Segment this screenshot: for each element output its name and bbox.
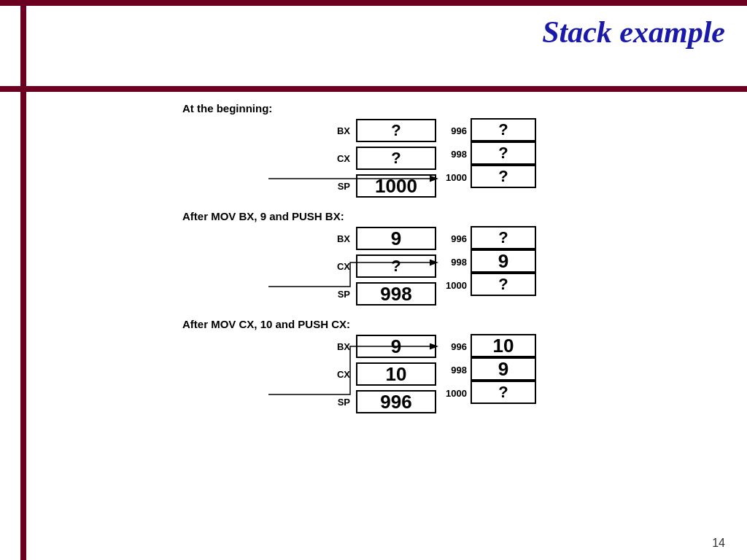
s3-reg-row-cx: CX 10: [328, 362, 436, 386]
addr-996: 996: [438, 125, 467, 136]
s2-stack-row-996: 996 ?: [438, 227, 536, 250]
addr-998: 998: [438, 149, 467, 160]
s2-sp-label: SP: [328, 289, 350, 300]
s2-cell-996: ?: [471, 226, 536, 249]
s3-reg-row-sp: SP 996: [328, 390, 436, 413]
s2-reg-row-sp: SP 998: [328, 282, 436, 306]
s3-sp-value: 996: [356, 390, 436, 413]
cell-998: ?: [471, 141, 536, 165]
s3-stack-row-998: 998 9: [438, 358, 536, 381]
top-border: [0, 0, 747, 6]
s3-cx-label: CX: [328, 369, 350, 380]
s3-stack-row-996: 996 10: [438, 335, 536, 358]
s2-cx-value: ?: [356, 254, 436, 278]
section1-label: At the beginning:: [182, 102, 729, 114]
s2-cell-998: 9: [471, 249, 536, 273]
reg-row-bx: BX ?: [328, 119, 436, 142]
reg-row-sp: SP 1000: [328, 174, 436, 198]
s2-sp-value: 998: [356, 282, 436, 306]
cx-value: ?: [356, 147, 436, 170]
sp-value: 1000: [356, 174, 436, 198]
s2-cell-1000: ?: [471, 273, 536, 296]
s3-addr-1000: 1000: [438, 388, 467, 399]
s2-reg-row-cx: CX ?: [328, 254, 436, 278]
main-content: At the beginning: BX ? CX ? SP 1000 996 …: [36, 98, 729, 429]
s2-addr-998: 998: [438, 257, 467, 268]
section-push-bx: After MOV BX, 9 and PUSH BX: BX 9 CX ? S…: [36, 206, 729, 301]
cell-1000: ?: [471, 165, 536, 188]
s2-bx-value: 9: [356, 227, 436, 250]
s2-cx-label: CX: [328, 261, 350, 272]
section3-label: After MOV CX, 10 and PUSH CX:: [182, 318, 729, 330]
s2-stack-row-1000: 1000 ?: [438, 273, 536, 297]
slide-title: Stack example: [542, 15, 725, 50]
s3-bx-label: BX: [328, 341, 350, 352]
s3-addr-996: 996: [438, 341, 467, 352]
s2-bx-label: BX: [328, 233, 350, 244]
s3-cell-996: 10: [471, 334, 536, 357]
s2-stack-row-998: 998 9: [438, 250, 536, 273]
bx-label: BX: [328, 125, 350, 136]
section-beginning: At the beginning: BX ? CX ? SP 1000 996 …: [36, 98, 729, 193]
s2-addr-996: 996: [438, 233, 467, 244]
s3-cx-value: 10: [356, 362, 436, 386]
addr-1000: 1000: [438, 172, 467, 183]
cx-label: CX: [328, 153, 350, 164]
section2-label: After MOV BX, 9 and PUSH BX:: [182, 210, 729, 222]
s2-reg-row-bx: BX 9: [328, 227, 436, 250]
s3-bx-value: 9: [356, 335, 436, 358]
s3-cell-1000: ?: [471, 381, 536, 404]
horizontal-divider: [0, 86, 747, 92]
s3-stack-row-1000: 1000 ?: [438, 381, 536, 405]
s3-sp-label: SP: [328, 397, 350, 408]
cell-996: ?: [471, 118, 536, 141]
s3-addr-998: 998: [438, 365, 467, 376]
stack-row-998: 998 ?: [438, 142, 536, 166]
stack-row-996: 996 ?: [438, 119, 536, 142]
bx-value: ?: [356, 119, 436, 142]
page-number: 14: [712, 537, 725, 550]
left-border: [20, 0, 26, 560]
stack-row-1000: 1000 ?: [438, 166, 536, 189]
s3-reg-row-bx: BX 9: [328, 335, 436, 358]
s2-addr-1000: 1000: [438, 280, 467, 291]
section-push-cx: After MOV CX, 10 and PUSH CX: BX 9 CX 10…: [36, 314, 729, 416]
sp-label: SP: [328, 181, 350, 192]
reg-row-cx: CX ?: [328, 147, 436, 170]
s3-cell-998: 9: [471, 357, 536, 381]
